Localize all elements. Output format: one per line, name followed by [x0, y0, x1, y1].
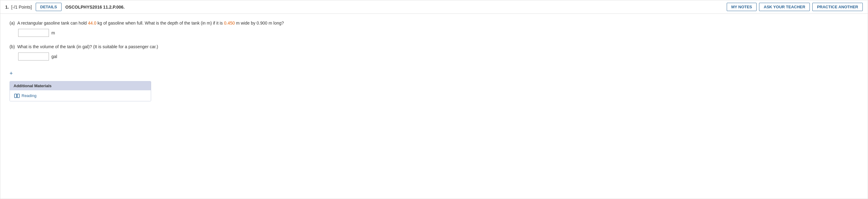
part-a-highlight2: 0.450: [224, 21, 235, 26]
additional-materials: Additional Materials Reading: [9, 81, 151, 101]
part-b: (b)What is the volume of the tank (in ga…: [9, 44, 859, 61]
plus-icon[interactable]: +: [9, 70, 13, 77]
book-svg: [14, 94, 20, 98]
part-a-answer-row: m: [18, 29, 859, 37]
reading-link[interactable]: Reading: [14, 93, 147, 98]
my-notes-button[interactable]: MY NOTES: [727, 3, 757, 11]
part-b-input[interactable]: [18, 52, 49, 61]
part-a-label: (a)A rectangular gasoline tank can hold …: [9, 20, 859, 27]
part-a-letter: (a): [9, 21, 15, 26]
part-b-answer-row: gal: [18, 52, 859, 61]
part-b-label: (b)What is the volume of the tank (in ga…: [9, 44, 859, 50]
points-label: [-/1 Points]: [11, 5, 32, 9]
part-a-unit: m: [52, 30, 55, 35]
svg-rect-1: [17, 94, 20, 98]
details-button[interactable]: DETAILS: [36, 3, 62, 11]
part-a-text-end: m wide by 0.900 m long?: [235, 21, 284, 26]
content-area: (a)A rectangular gasoline tank can hold …: [0, 14, 868, 111]
book-icon: [14, 94, 20, 98]
part-a: (a)A rectangular gasoline tank can hold …: [9, 20, 859, 37]
part-a-input[interactable]: [18, 29, 49, 37]
part-a-text-before-h1: A rectangular gasoline tank can hold: [17, 21, 88, 26]
part-b-letter: (b): [9, 44, 15, 49]
practice-another-button[interactable]: PRACTICE ANOTHER: [812, 3, 863, 11]
part-a-text-middle: kg of gasoline when full. What is the de…: [96, 21, 224, 26]
header-actions: MY NOTES ASK YOUR TEACHER PRACTICE ANOTH…: [727, 3, 863, 11]
ask-teacher-button[interactable]: ASK YOUR TEACHER: [759, 3, 810, 11]
header-bar: 1. [-/1 Points] DETAILS OSCOLPHYS2016 11…: [0, 0, 868, 14]
problem-id: OSCOLPHYS2016 11.2.P.006.: [65, 5, 723, 9]
additional-materials-header: Additional Materials: [10, 81, 151, 90]
additional-materials-body: Reading: [10, 90, 151, 101]
q-number: 1.: [5, 5, 9, 9]
part-b-unit: gal: [52, 54, 57, 59]
question-number: 1. [-/1 Points]: [5, 5, 32, 9]
reading-label: Reading: [22, 93, 36, 98]
part-b-text: What is the volume of the tank (in gal)?…: [17, 44, 158, 49]
part-a-highlight1: 44.0: [88, 21, 96, 26]
page-wrapper: 1. [-/1 Points] DETAILS OSCOLPHYS2016 11…: [0, 0, 868, 199]
svg-rect-0: [14, 94, 17, 98]
